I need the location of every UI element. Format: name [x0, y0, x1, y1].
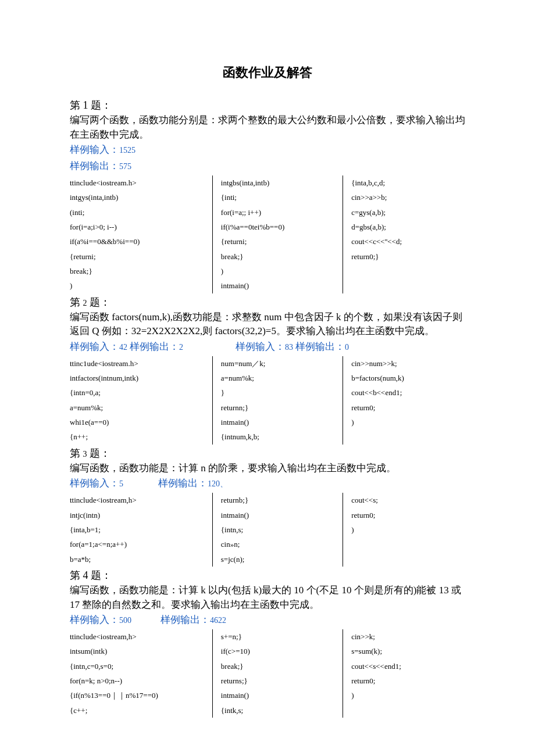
code-line: d=gbs(a,b);: [351, 220, 461, 234]
code-line: return0;: [351, 508, 461, 522]
heading-number: 2: [83, 299, 87, 307]
code-line: intmain(): [221, 688, 338, 703]
code-col-2: returnb;} intmain() {intn,s; cin»n; s=jc…: [212, 493, 343, 567]
sample-in1-val: 42: [119, 343, 127, 352]
heading-prefix: 第: [70, 447, 83, 459]
code-line: {intn=0,a;: [70, 385, 208, 400]
code-line: {intnum,k,b;: [221, 429, 338, 444]
code-col-3: cin>>num>>k; b=factors(num,k) cout<<b<<e…: [343, 356, 465, 445]
code-col-2: intgbs(inta,intb) {inti; for(i=a;; i++) …: [212, 175, 343, 293]
page: 函数作业及解答 第 1 题： 编写两个函数，函数功能分别是：求两个整数的最大公约…: [0, 0, 535, 756]
sample-in-label: 样例输入：: [70, 614, 119, 625]
heading-prefix: 第: [70, 296, 83, 308]
q1-sample-out: 样例输出：575: [70, 159, 465, 173]
code-col-1: ttinclude<iostream,h> intjc(intn) {inta,…: [70, 493, 212, 567]
code-col-1: ttinc1ude<iostream.h> intfactors(intnum,…: [70, 356, 212, 445]
q4-sample: 样例输入：500样例输出：4622: [70, 613, 465, 627]
q2-desc: 编写函数 factors(num,k),函数功能是：求整数 num 中包含因子 …: [70, 310, 465, 339]
sample-in-label: 样例输入：: [70, 478, 119, 489]
code-line: whi1e(a==0): [70, 415, 208, 429]
code-col-3: cin>>k; s=sum(k); cout<<s<<end1; return0…: [343, 629, 465, 718]
code-line: returns;}: [221, 673, 338, 688]
code-col-2: s+=n;} if(c>=10) break;} returns;} intma…: [212, 629, 343, 718]
code-line: ): [351, 688, 461, 703]
code-line: ttinclude<iostream.h>: [70, 175, 208, 190]
code-line: returnn;}: [221, 400, 338, 415]
code-line: }: [221, 385, 338, 400]
q3-heading: 第 3 题：: [70, 446, 465, 461]
code-line: {inta,b=1;: [70, 522, 208, 537]
code-line: break;}: [221, 659, 338, 673]
code-line: intmain(): [221, 278, 338, 293]
code-line: cout<<b<<end1;: [351, 385, 461, 400]
sample-in-val: 500: [119, 616, 131, 625]
code-line: intsum(intk): [70, 644, 208, 658]
sample-out2-label: 样例输出：: [295, 341, 345, 352]
sample-in-value: 1525: [119, 146, 135, 155]
q2-heading: 第 2 题：: [70, 295, 465, 310]
q2-sample-line: 样例输入：42样例输出：2样例输入：83样例输出：0: [70, 340, 465, 354]
code-line: intgys(inta,intb): [70, 190, 208, 205]
code-col-1: ttinclude<iostream.h> intgys(inta,intb) …: [70, 175, 212, 293]
code-line: intmain(): [221, 415, 338, 429]
code-line: cout<<c<<''<<d;: [351, 234, 461, 249]
code-line: {c++;: [70, 703, 208, 718]
code-line: {returni;: [221, 234, 338, 249]
sample-out-value: 575: [119, 162, 131, 171]
code-line: ): [351, 415, 461, 429]
q2-code: ttinc1ude<iostream.h> intfactors(intnum,…: [70, 356, 465, 445]
page-title: 函数作业及解答: [70, 64, 465, 81]
q1-sample-in: 样例输入：1525: [70, 143, 465, 157]
sample-out-label: 样例输出：: [158, 478, 208, 489]
code-line: ttinclude<iostream,h>: [70, 629, 208, 644]
code-line: if(i%a==0tei%b==0): [221, 220, 338, 234]
code-line: cin»n;: [221, 537, 338, 551]
sample-out-label: 样例输出：: [70, 160, 119, 171]
code-line: a=num%k;: [70, 400, 208, 415]
code-line: s+=n;}: [221, 629, 338, 644]
sample-in-label: 样例输入：: [70, 144, 119, 155]
code-line: ttinc1ude<iostream.h>: [70, 356, 208, 371]
sample-out1-label: 样例输出：: [130, 341, 179, 352]
sample-in2-label: 样例输入：: [236, 341, 285, 352]
code-line: c=gys(a,b);: [351, 205, 461, 220]
code-line: {inti;: [221, 190, 338, 205]
code-line: s=sum(k);: [351, 644, 461, 658]
code-line: {n++;: [70, 429, 208, 444]
q3-desc: 编写函数，函数功能是：计算 n 的阶乘，要求输入输出均在主函数中完成。: [70, 461, 465, 476]
code-line: for(n=k; n>0;n--): [70, 673, 208, 688]
code-line: for(a=1;a<=n;a++): [70, 537, 208, 551]
code-line: {intk,s;: [221, 703, 338, 718]
q1-code: ttinclude<iostream.h> intgys(inta,intb) …: [70, 175, 465, 293]
code-line: cin>>a>>b;: [351, 190, 461, 205]
code-line: b=factors(num,k): [351, 371, 461, 385]
q4-code: ttinclude<iostream,h> intsum(intk) {intn…: [70, 629, 465, 718]
q3-sample: 样例输入：5样例输出：120、: [70, 476, 465, 490]
code-col-3: {inta,b,c,d; cin>>a>>b; c=gys(a,b); d=gb…: [343, 175, 465, 293]
code-line: intmain(): [221, 508, 338, 522]
code-line: ): [221, 264, 338, 278]
code-line: if(c>=10): [221, 644, 338, 658]
code-line: num=num／k;: [221, 356, 338, 371]
code-line: {returni;: [70, 249, 208, 264]
code-col-2: num=num／k; a=num%k; } returnn;} intmain(…: [212, 356, 343, 445]
code-line: cin>>k;: [351, 629, 461, 644]
code-col-3: cout<<s; return0; ): [343, 493, 465, 567]
code-line: (inti;: [70, 205, 208, 220]
q4-desc: 编写函数，函数功能是：计算 k 以内(包括 k)最大的 10 个(不足 10 个…: [70, 583, 465, 612]
sample-in-val: 5: [119, 479, 123, 488]
code-line: intfactors(intnum,intk): [70, 371, 208, 385]
q1-desc: 编写两个函数，函数功能分别是：求两个整数的最大公约数和最小公倍数，要求输入输出均…: [70, 113, 465, 142]
code-line: {intn,c=0,s=0;: [70, 659, 208, 673]
code-line: break;}: [70, 264, 208, 278]
code-line: return0;: [351, 673, 461, 688]
q1-heading: 第 1 题：: [70, 98, 465, 113]
code-line: intjc(intn): [70, 508, 208, 522]
heading-suffix: 题：: [87, 447, 111, 459]
code-line: ttinclude<iostream,h>: [70, 493, 208, 507]
sample-in2-val: 83: [285, 343, 293, 352]
code-line: ): [70, 278, 208, 293]
code-line: b=a*b;: [70, 552, 208, 567]
sample-out1-val: 2: [179, 343, 183, 352]
q3-code: ttinclude<iostream,h> intjc(intn) {inta,…: [70, 493, 465, 567]
